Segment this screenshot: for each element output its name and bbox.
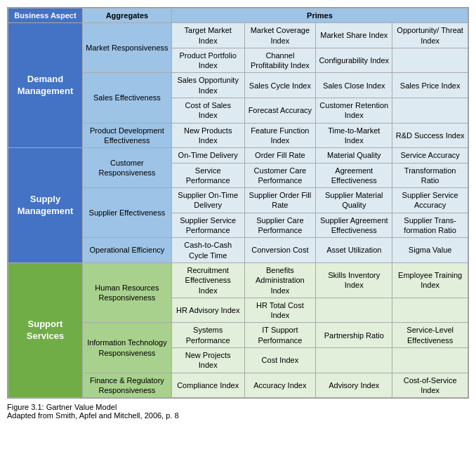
prime-cell [316,298,392,323]
agg-supply-2: Operational Efficiency [82,238,171,263]
header-primes: Primes [171,8,468,23]
prime-cell: Configurability Index [316,48,392,73]
table-header-row: Business Aspect Aggregates Primes [8,8,468,23]
caption-line1: Figure 3.1: Gartner Value Model [7,403,469,411]
header-aggregates: Aggregates [82,8,171,23]
prime-cell: Sales Cycle Index [244,73,316,98]
prime-cell: IT Support Performance [244,323,316,348]
prime-cell: HR Total Cost Index [244,298,316,323]
agg-support-1: Information Technology Responsiveness [82,323,171,373]
prime-cell: Partnership Ratio [316,323,392,348]
prime-cell: Advisory Index [316,373,392,398]
prime-cell: New Projects Index [171,348,244,373]
prime-cell: Cost-of-Service Index [392,373,468,398]
prime-cell: Market Coverage Index [244,23,316,48]
prime-cell: Cost Index [244,348,316,373]
header-business-aspect: Business Aspect [8,8,83,23]
prime-cell: Supplier Order Fill Rate [244,188,316,213]
agg-demand-2: Product Development Effectiveness [82,123,171,148]
prime-cell: On-Time Delivery [171,148,244,163]
prime-cell: Service-Level Effectiveness [392,323,468,348]
prime-cell: Supplier On-Time Delivery [171,188,244,213]
prime-cell: Supplier Trans- formation Ratio [392,213,468,238]
prime-cell: Sales Close Index [316,73,392,98]
prime-cell: Product Portfolio Index [171,48,244,73]
prime-cell: Customer Retention Index [316,98,392,124]
section-demand: Demand Management [8,23,83,148]
agg-support-0: Human Resources Responsiveness [82,262,171,322]
prime-cell: Channel Profitability Index [244,48,316,73]
section-support: Support Services [8,262,83,397]
table-row: Support ServicesHuman Resources Responsi… [8,262,468,298]
prime-cell: Time-to-Market Index [316,123,392,148]
prime-cell: Order Fill Rate [244,148,316,163]
caption: Figure 3.1: Gartner Value Model Adapted … [7,403,469,420]
prime-cell: Agreement Effectiveness [316,163,392,188]
prime-cell: R&D Success Index [392,123,468,148]
prime-cell: Customer Care Performance [244,163,316,188]
prime-cell [392,48,468,73]
prime-cell: Target Market Index [171,23,244,48]
agg-supply-0: Customer Responsiveness [82,148,171,188]
prime-cell: Sales Price Index [392,73,468,98]
prime-cell: Forecast Accuracy [244,98,316,124]
prime-cell: Benefits Administration Index [244,262,316,298]
prime-cell: Market Share Index [316,23,392,48]
table-row: Supply ManagementCustomer Responsiveness… [8,148,468,163]
prime-cell [392,298,468,323]
prime-cell: Material Quality [316,148,392,163]
caption-line2: Adapted from Smith, Apfel and Mitchell, … [7,411,469,420]
prime-cell: Asset Utilization [316,238,392,263]
prime-cell: Service Accuracy [392,148,468,163]
prime-cell: Supplier Service Performance [171,213,244,238]
agg-demand-1: Sales Effectiveness [82,73,171,123]
prime-cell: Employee Training Index [392,262,468,298]
agg-demand-0: Market Responsiveness [82,23,171,73]
prime-cell: Feature Function Index [244,123,316,148]
prime-cell [316,348,392,373]
prime-cell: Skills Inventory Index [316,262,392,298]
prime-cell: Transformation Ratio [392,163,468,188]
prime-cell: Compliance Index [171,373,244,398]
prime-cell: Conversion Cost [244,238,316,263]
agg-supply-1: Supplier Effectiveness [82,188,171,238]
prime-cell: HR Advisory Index [171,298,244,323]
prime-cell: Sales Opportunity Index [171,73,244,98]
table-row: Demand ManagementMarket ResponsivenessTa… [8,23,468,48]
prime-cell: Cash-to-Cash Cycle Time [171,238,244,263]
prime-cell: Opportunity/ Threat Index [392,23,468,48]
prime-cell: Supplier Agreement Effectiveness [316,213,392,238]
prime-cell: Recruitment Effectiveness Index [171,262,244,298]
prime-cell: Supplier Material Quality [316,188,392,213]
main-table-container: Business Aspect Aggregates Primes Demand… [7,7,469,399]
section-supply: Supply Management [8,148,83,263]
prime-cell: Sigma Value [392,238,468,263]
prime-cell: Accuracy Index [244,373,316,398]
prime-cell [392,348,468,373]
prime-cell: Cost of Sales Index [171,98,244,124]
prime-cell: Systems Performance [171,323,244,348]
prime-cell: Supplier Care Performance [244,213,316,238]
agg-support-2: Finance & Regulatory Responsiveness [82,373,171,398]
prime-cell: Supplier Service Accuracy [392,188,468,213]
prime-cell [392,98,468,124]
prime-cell: New Products Index [171,123,244,148]
prime-cell: Service Performance [171,163,244,188]
